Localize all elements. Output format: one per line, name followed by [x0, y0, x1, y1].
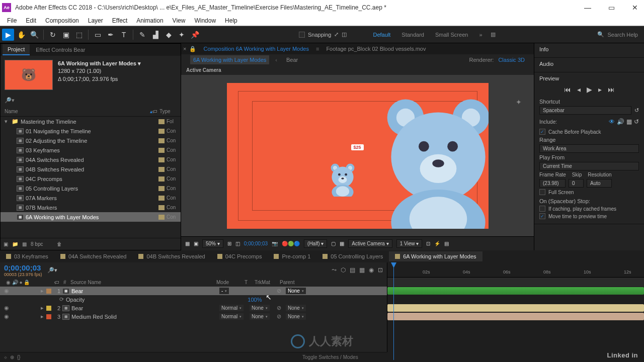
col-parent[interactable]: Parent: [278, 280, 313, 285]
menu-layer[interactable]: Layer: [84, 16, 107, 25]
project-item[interactable]: ▦6A Working with Layer ModesCon: [1, 212, 181, 222]
project-item[interactable]: ▦04A Switches RevealedCon: [1, 155, 181, 164]
workspace-standard[interactable]: Standard: [396, 30, 429, 40]
timeline-tab[interactable]: 04C Precomps: [211, 251, 268, 261]
menu-window[interactable]: Window: [190, 16, 220, 25]
transparency-icon[interactable]: ▦: [340, 241, 344, 246]
camera-tool[interactable]: ▣: [60, 29, 72, 41]
brush-tool[interactable]: ✎: [136, 29, 148, 41]
folder-icon[interactable]: 📁: [12, 241, 18, 247]
tab-composition[interactable]: Composition 6A Working with Layer Modes: [199, 44, 313, 53]
panel-info[interactable]: Info: [539, 46, 639, 52]
project-search[interactable]: 🔎▾: [5, 97, 177, 104]
hand-tool[interactable]: ✋: [15, 29, 27, 41]
zoom-tool[interactable]: 🔍: [28, 29, 40, 41]
pixel-icon[interactable]: ⊡: [426, 241, 430, 246]
eraser-tool[interactable]: ◆: [163, 29, 175, 41]
toggle-switches-label[interactable]: Toggle Switches / Modes: [302, 354, 358, 360]
include-video-icon[interactable]: 👁: [609, 118, 615, 125]
resolution-dropdown[interactable]: Auto: [587, 179, 612, 188]
include-overlays-icon[interactable]: ▦: [626, 118, 632, 125]
stop-move-checkbox[interactable]: [539, 213, 545, 219]
roi-icon[interactable]: ▢: [331, 241, 336, 246]
grid-icon[interactable]: ▦: [185, 241, 190, 246]
workspace-panel-icon[interactable]: ▥: [491, 31, 496, 38]
project-item[interactable]: ▦04B Switches RevealedCon: [1, 164, 181, 174]
bpc-label[interactable]: 8 bpc: [31, 241, 43, 247]
workspace-default[interactable]: Default: [368, 30, 395, 40]
layer-row[interactable]: ◉▸1▦Bear-⊘None: [0, 287, 387, 295]
composition-viewport[interactable]: $25 ✦: [181, 75, 534, 236]
reset-icon[interactable]: ↺: [634, 107, 639, 114]
renderer-value[interactable]: Classic 3D: [498, 57, 525, 63]
trash-icon[interactable]: 🗑: [57, 241, 62, 247]
frame-blend-icon[interactable]: ▦: [359, 266, 365, 274]
menu-edit[interactable]: Edit: [22, 16, 40, 25]
project-item[interactable]: ▦02 Adjusting the TimelineCon: [1, 136, 181, 145]
rect-tool[interactable]: ▭: [92, 29, 104, 41]
shortcut-dropdown[interactable]: Spacebar: [539, 106, 631, 115]
current-time-indicator[interactable]: [393, 262, 394, 360]
timeline-tab[interactable]: 04B Switches Revealed: [132, 251, 211, 261]
menu-file[interactable]: File: [3, 16, 21, 25]
panel-audio[interactable]: Audio: [539, 61, 639, 67]
layer-2-bar[interactable]: [387, 304, 644, 312]
guide-icon[interactable]: ◫: [235, 241, 240, 246]
project-item[interactable]: ▦03 KeyframesCon: [1, 145, 181, 155]
timeline-tab[interactable]: 04A Switches Revealed: [54, 251, 133, 261]
resolution-dropdown[interactable]: (Half) ▾: [304, 239, 327, 248]
timeline-tab[interactable]: 05 Controlling Layers: [316, 251, 389, 261]
time-ruler[interactable]: 02s04s06s08s10s12s: [387, 262, 644, 278]
close-button[interactable]: ✕: [628, 2, 642, 14]
last-frame-button[interactable]: ⏭: [608, 85, 615, 94]
range-dropdown[interactable]: Work Area: [539, 144, 639, 153]
timeline-tab[interactable]: 6A Working with Layer Modes: [389, 251, 482, 261]
project-item[interactable]: ▦05 Controlling LayersCon: [1, 184, 181, 193]
snap-opt2-icon[interactable]: ◫: [342, 31, 347, 38]
views-dropdown[interactable]: 1 View ▾: [396, 239, 423, 248]
workspace-small[interactable]: Small Screen: [430, 30, 473, 40]
motion-blur-icon[interactable]: ◉: [369, 266, 374, 274]
snap-opt1-icon[interactable]: ⤢: [334, 31, 339, 38]
layer-1-bar[interactable]: [387, 287, 644, 295]
timeline-tab[interactable]: 03 Keyframes: [0, 251, 54, 261]
prev-frame-button[interactable]: ◂: [577, 85, 581, 94]
search-help[interactable]: 🔍 Search Help: [593, 30, 642, 39]
selection-tool[interactable]: ▶: [2, 29, 14, 41]
project-item[interactable]: ▦01 Navigating the TimelineCon: [1, 126, 181, 136]
toggle-icon1[interactable]: ⟐: [4, 354, 7, 360]
layer-3-bar[interactable]: [387, 313, 644, 320]
framerate-dropdown[interactable]: (23.98): [539, 179, 566, 188]
viewport-time[interactable]: 0;00;00;03: [244, 241, 268, 246]
channels-icon[interactable]: 🔴🟢🔵: [282, 241, 300, 246]
puppet-tool[interactable]: 📌: [189, 29, 201, 41]
play-button[interactable]: ▶: [587, 85, 592, 94]
tab-project[interactable]: Project: [3, 44, 30, 55]
interpret-icon[interactable]: ▣: [4, 241, 8, 247]
maximize-button[interactable]: ▭: [604, 2, 619, 14]
include-audio-icon[interactable]: 🔊: [617, 118, 624, 125]
camera-dropdown[interactable]: Active Camera ▾: [348, 239, 392, 248]
col-type[interactable]: Type: [159, 109, 177, 114]
pan-behind-tool[interactable]: ⬚: [73, 29, 85, 41]
comp-subtab-bear[interactable]: Bear: [283, 55, 301, 64]
workspace-overflow-icon[interactable]: »: [479, 32, 482, 38]
folder-row[interactable]: ▾📁Mastering the TimelineFol: [1, 117, 181, 126]
col-t[interactable]: T: [243, 280, 253, 285]
col-source[interactable]: Source Name: [68, 280, 214, 285]
menu-effect[interactable]: Effect: [108, 16, 131, 25]
new-comp-icon[interactable]: ▦: [22, 241, 27, 247]
project-item[interactable]: ▦04C PrecompsCon: [1, 174, 181, 184]
comp-mini-flow-icon[interactable]: ⤳: [332, 266, 337, 274]
comp-subtab-active[interactable]: 6A Working with Layer Modes: [190, 55, 269, 64]
snapping-checkbox[interactable]: [299, 32, 305, 38]
shy-icon[interactable]: ▤: [350, 266, 355, 274]
project-item[interactable]: ▦07A MarkersCon: [1, 193, 181, 203]
layer-row[interactable]: ⟳ Opacity100%: [0, 295, 387, 304]
toggle-icon2[interactable]: ⊕: [10, 354, 14, 360]
menu-view[interactable]: View: [169, 16, 190, 25]
stop-cache-checkbox[interactable]: [539, 206, 545, 212]
lock-icon[interactable]: 🔒: [189, 46, 196, 52]
pen-tool[interactable]: ✒: [105, 29, 117, 41]
toggle-icon3[interactable]: {}: [17, 354, 21, 360]
